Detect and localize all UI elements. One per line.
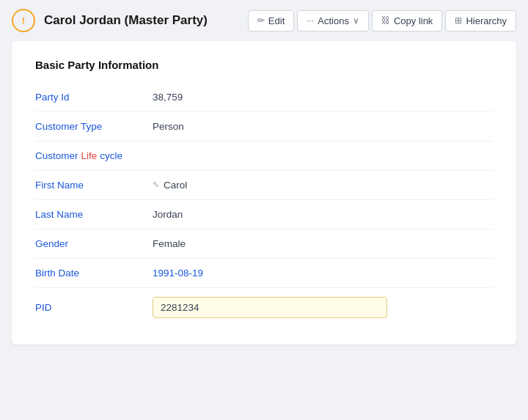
edit-button[interactable]: ✏ Edit [248, 10, 294, 32]
last-name-value: Jordan [153, 209, 183, 220]
link-icon: ⛓ [381, 15, 390, 26]
birth-date-row: Birth Date 1991-08-19 [35, 259, 493, 288]
party-type-label: (Master Party) [121, 13, 208, 27]
customer-lifecycle-link[interactable]: Customer Lifecycle [35, 150, 122, 161]
party-id-row: Party Id 38,759 [35, 83, 493, 112]
customer-type-label: Customer Type [35, 121, 153, 132]
last-name-label: Last Name [35, 209, 153, 220]
customer-lifecycle-row[interactable]: Customer Lifecycle [35, 141, 493, 171]
party-id-label: Party Id [35, 92, 153, 103]
first-name-label: First Name [35, 180, 153, 191]
customer-type-value: Person [153, 121, 184, 132]
lifecycle-text-2: Life [81, 150, 98, 161]
lifecycle-text-3: cycle [100, 150, 122, 161]
party-name: Carol Jordan [44, 13, 121, 27]
birth-date-label: Birth Date [35, 268, 153, 279]
first-name-value: ✎ Carol [153, 180, 187, 191]
edit-button-label: Edit [268, 15, 285, 26]
actions-button-label: Actions [318, 15, 349, 26]
copy-link-label: Copy link [394, 15, 433, 26]
lifecycle-text-1: Customer [35, 150, 78, 161]
page-header: ! Carol Jordan (Master Party) ✏ Edit ···… [0, 0, 528, 41]
dots-icon: ··· [307, 15, 314, 26]
gender-value: Female [153, 238, 186, 249]
header-actions-bar: ✏ Edit ··· Actions ∨ ⛓ Copy link ⊞ Hiera… [248, 10, 516, 32]
pid-row: PID [35, 288, 493, 327]
gender-label: Gender [35, 238, 153, 249]
customer-type-row: Customer Type Person [35, 112, 493, 141]
birth-date-value[interactable]: 1991-08-19 [153, 268, 203, 279]
first-name-row: First Name ✎ Carol [35, 171, 493, 200]
page-title: Carol Jordan (Master Party) [44, 13, 239, 28]
last-name-row: Last Name Jordan [35, 200, 493, 229]
hierarchy-button[interactable]: ⊞ Hierarchy [445, 10, 516, 32]
hierarchy-icon: ⊞ [455, 15, 462, 26]
info-card: Basic Party Information Party Id 38,759 … [12, 41, 516, 345]
actions-button[interactable]: ··· Actions ∨ [297, 10, 369, 32]
party-icon: ! [12, 9, 35, 32]
pid-label: PID [35, 302, 153, 313]
card-section-title: Basic Party Information [35, 59, 493, 71]
edit-icon: ✏ [257, 15, 265, 26]
hierarchy-button-label: Hierarchy [466, 15, 507, 26]
gender-row: Gender Female [35, 229, 493, 259]
party-id-value: 38,759 [153, 92, 183, 103]
chevron-down-icon: ∨ [353, 15, 359, 26]
edit-pencil-icon: ✎ [153, 180, 159, 190]
party-icon-label: ! [22, 15, 25, 26]
copy-link-button[interactable]: ⛓ Copy link [372, 10, 442, 32]
first-name-text: Carol [164, 180, 187, 191]
pid-input[interactable] [153, 297, 387, 318]
pid-value [153, 297, 387, 318]
